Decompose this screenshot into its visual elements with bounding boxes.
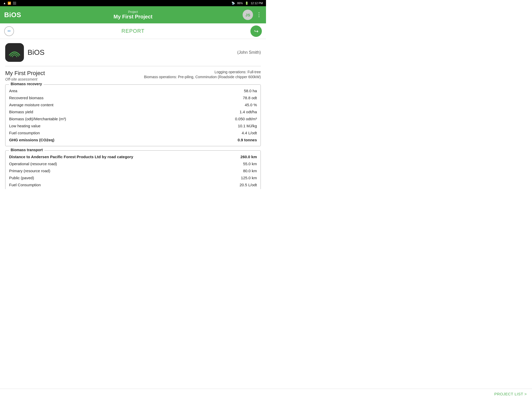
- row-value: 125.0 km: [241, 176, 257, 180]
- row-value: 10.1 MJ/kg: [238, 124, 257, 128]
- report-header: BiOS (John Smith): [5, 43, 261, 66]
- row-value: 20.5 L/odt: [240, 183, 257, 187]
- time-display: 12:12 PM: [251, 2, 263, 5]
- biomass-transport-section: Biomass transport Distance to Andersen P…: [5, 150, 261, 189]
- status-bar-left: ▲ 📶 ⬛: [3, 2, 16, 5]
- main-content: BiOS (John Smith) My First Project Off-s…: [0, 39, 266, 189]
- row-value: 78.8 odt: [243, 96, 257, 100]
- biomass-recovery-label: Biomass recovery: [9, 82, 44, 86]
- battery-icon: 🔋: [245, 2, 249, 5]
- row-label: Primary (resource road): [9, 169, 243, 173]
- app-header: BiOS Project My First Project JS ⋮: [0, 6, 266, 23]
- logging-ops: Logging operations: Full-tree: [144, 70, 261, 74]
- edit-icon: ✏: [8, 29, 11, 34]
- row-value: 80.0 km: [243, 169, 257, 173]
- header-project-name: My First Project: [114, 14, 152, 20]
- biomass-transport-label: Biomass transport: [9, 148, 44, 152]
- biomass-recovery-rows: Area58.0 haRecovered biomass78.8 odtAver…: [9, 87, 257, 143]
- row-value: 0.050 odt/m³: [235, 117, 257, 121]
- avatar[interactable]: JS: [243, 10, 253, 20]
- table-row: Primary (resource road)80.0 km: [9, 167, 257, 174]
- row-value: 260.0 km: [241, 155, 257, 159]
- row-label: Distance to Andersen Pacific Forest Prod…: [9, 155, 241, 159]
- table-row: Distance to Andersen Pacific Forest Prod…: [9, 153, 257, 160]
- bios-app-name: BiOS: [28, 48, 44, 57]
- edit-button[interactable]: ✏: [4, 26, 14, 36]
- row-label: Biomass yield: [9, 110, 240, 114]
- biomass-ops: Biomass operations: Pre-piling, Comminut…: [144, 75, 261, 79]
- table-row: Low heating value10.1 MJ/kg: [9, 122, 257, 129]
- project-info-left: My First Project Off-site assessment: [5, 70, 45, 81]
- table-row: GHG emissions (CO2eq)0.9 tonnes: [9, 136, 257, 143]
- table-row: Fuel Consumption20.5 L/odt: [9, 181, 257, 188]
- row-label: GHG emissions (CO2eq): [9, 138, 238, 142]
- app-logo: BiOS: [4, 11, 21, 19]
- row-label: Public (paved): [9, 176, 241, 180]
- table-row: Area58.0 ha: [9, 87, 257, 94]
- table-row: Average moisture content45.0 %: [9, 101, 257, 108]
- bios-logo-area: BiOS: [5, 43, 44, 62]
- row-label: Area: [9, 89, 244, 93]
- row-label: Fuel consumption: [9, 131, 242, 135]
- row-value: 0.9 tonnes: [238, 138, 257, 142]
- biomass-transport-rows: Distance to Andersen Pacific Forest Prod…: [9, 153, 257, 188]
- table-row: Biomass (odt)/Merchantable (m³)0.050 odt…: [9, 115, 257, 122]
- header-center: Project My First Project: [114, 10, 152, 20]
- screen-record-icon: ⬛: [13, 2, 16, 5]
- more-menu-icon[interactable]: ⋮: [256, 11, 262, 18]
- biomass-recovery-section: Biomass recovery Area58.0 haRecovered bi…: [5, 84, 261, 146]
- row-value: 55.0 km: [243, 162, 257, 166]
- header-right: JS ⋮: [243, 10, 262, 20]
- report-title: REPORT: [122, 28, 145, 34]
- bios-icon: [5, 43, 24, 62]
- battery-text: 86%: [237, 2, 243, 5]
- row-label: Average moisture content: [9, 103, 245, 107]
- project-title: My First Project: [5, 70, 45, 77]
- table-row: Fuel consumption4.4 L/odt: [9, 129, 257, 136]
- toolbar: ✏ REPORT ↩: [0, 23, 266, 39]
- row-value: 58.0 ha: [244, 89, 257, 93]
- user-name: (John Smith): [237, 50, 261, 55]
- table-row: Recovered biomass78.8 odt: [9, 94, 257, 101]
- wifi-status-icon: 📡: [231, 2, 235, 5]
- share-icon: ↩: [254, 28, 258, 34]
- row-label: Recovered biomass: [9, 96, 243, 100]
- row-label: Operational (resource road): [9, 162, 243, 166]
- table-row: Biomass yield1.4 odt/ha: [9, 108, 257, 115]
- row-value: 45.0 %: [245, 103, 257, 107]
- signal-icon: ▲: [3, 2, 6, 5]
- project-label: Project: [114, 10, 152, 14]
- status-bar: ▲ 📶 ⬛ 📡 86% 🔋 12:12 PM: [0, 0, 266, 6]
- table-row: Public (paved)125.0 km: [9, 174, 257, 181]
- row-label: Fuel Consumption: [9, 183, 240, 187]
- project-subtitle: Off-site assessment: [5, 77, 45, 81]
- share-button[interactable]: ↩: [250, 25, 262, 37]
- row-value: 1.4 odt/ha: [240, 110, 257, 114]
- table-row: Operational (resource road)55.0 km: [9, 160, 257, 167]
- wifi-icon: 📶: [8, 2, 11, 5]
- row-value: 4.4 L/odt: [242, 131, 257, 135]
- project-ops: Logging operations: Full-tree Biomass op…: [144, 70, 261, 80]
- row-label: Biomass (odt)/Merchantable (m³): [9, 117, 235, 121]
- row-label: Low heating value: [9, 124, 238, 128]
